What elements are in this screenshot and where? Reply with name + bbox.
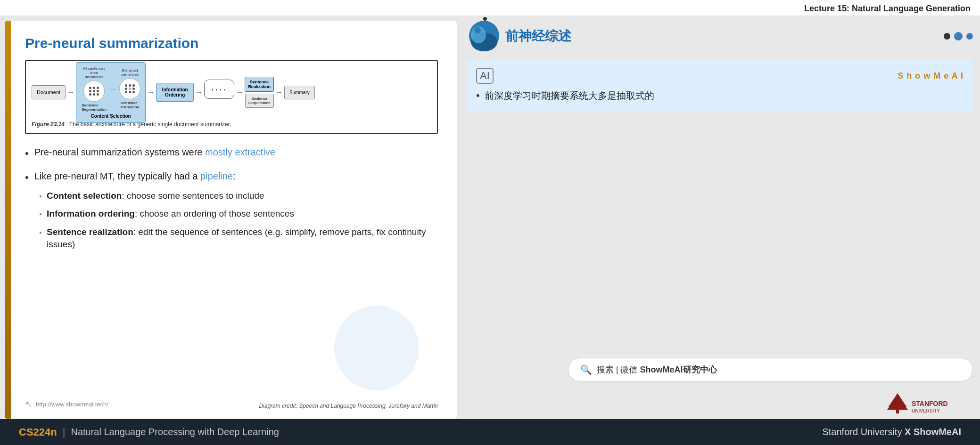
sub-bullet-2: ● Information ordering: choose an orderi…: [39, 208, 438, 220]
top-header: Lecture 15: Natural Language Generation: [0, 0, 980, 16]
svg-text:STANFORD: STANFORD: [912, 400, 948, 407]
svg-rect-6: [896, 409, 899, 413]
bottom-right: Stanford University X ShowMeAI: [822, 427, 961, 437]
cn-logo-container: [469, 21, 500, 51]
diagram-box: Document → All sentencesfrom documents: [25, 60, 438, 134]
logo-dot: [483, 17, 487, 21]
sub-dot-2: ●: [39, 211, 42, 218]
sub-text-3: Sentence realization: edit the sequence …: [47, 226, 438, 251]
cn-title-text: 前神经综述: [505, 27, 571, 45]
decorative-circle: [334, 306, 419, 390]
bullet-text-1: Pre-neural summarization systems were mo…: [34, 146, 275, 159]
content-selection-area: All sentencesfrom documents SentenceSegm…: [76, 62, 146, 123]
sub-bullet-3: ● Sentence realization: edit the sequenc…: [39, 226, 438, 251]
diagram-credit: Diagram credit: Speech and Language Proc…: [259, 403, 438, 409]
bottom-divider: |: [63, 426, 66, 438]
cloud-all-sent: [83, 81, 105, 102]
slide-content: Pre-neural summarization Document → All …: [11, 21, 457, 419]
cloud-extracted: [119, 78, 140, 99]
search-bold: ShowMeAI研究中心: [640, 365, 717, 374]
bullet-text-2: Like pre-neural MT, they typically had a…: [34, 170, 236, 183]
sub-text-2: Information ordering: choose an ordering…: [47, 208, 294, 220]
content-sel-label: Content Selection: [91, 113, 131, 119]
arrow-3: →: [146, 88, 156, 97]
bullet-dot-1: •: [25, 146, 29, 161]
spacer: [467, 116, 973, 352]
bottom-bar: CS224n | Natural Language Processing wit…: [0, 419, 980, 445]
sub-dot-3: ●: [39, 229, 42, 236]
content-sel-inner: All sentencesfrom documents SentenceSegm…: [81, 66, 140, 112]
bottom-right-plain: Stanford University: [822, 427, 905, 437]
right-panel: 前神经综述 AI S h o w M e A I • 前深度学习时期摘要系统大多…: [462, 16, 980, 419]
arrow-2: →: [109, 86, 117, 92]
sub-bullets: ● Content selection: choose some sentenc…: [39, 190, 438, 257]
nav-dots: [944, 32, 973, 40]
arrow-6: →: [274, 88, 284, 97]
cursor-icon: ↖: [25, 399, 32, 409]
nav-dot-3[interactable]: [966, 33, 973, 40]
summary-box: Summary: [284, 86, 315, 99]
arrow-5: →: [234, 88, 245, 97]
arrow-4: →: [194, 88, 204, 97]
slide-url[interactable]: http://www.showmeai.tech/: [36, 401, 108, 408]
speech-bubble-area: ···· ····: [204, 80, 234, 105]
card-ai-icon: AI: [476, 68, 494, 84]
nav-dot-2[interactable]: [954, 32, 963, 40]
slide-footer-left: ↖ http://www.showmeai.tech/: [25, 399, 108, 409]
card-bullet-text: 前深度学习时期摘要系统大多是抽取式的: [485, 89, 654, 102]
search-plain: 搜索 | 微信: [597, 365, 640, 374]
highlight-extractive: mostly extractive: [205, 147, 275, 157]
search-icon: 🔍: [580, 364, 592, 375]
search-text: 搜索 | 微信 ShowMeAI研究中心: [597, 364, 717, 375]
lecture-title: Lecture 15: Natural Language Generation: [804, 4, 971, 14]
svg-point-3: [474, 27, 481, 33]
cn-title-section: 前神经综述: [467, 21, 973, 51]
search-bar[interactable]: 🔍 搜索 | 微信 ShowMeAI研究中心: [568, 358, 973, 381]
cs224n-label: CS224n: [19, 426, 57, 438]
card-header: AI S h o w M e A I: [476, 68, 964, 84]
bottom-subtitle: Natural Language Processing with Deep Le…: [71, 427, 279, 437]
sub-text-1: Content selection: choose some sentences…: [47, 190, 264, 202]
sub-bullet-1: ● Content selection: choose some sentenc…: [39, 190, 438, 202]
svg-marker-5: [887, 398, 908, 410]
figure-label: Figure 23.14: [32, 121, 65, 128]
slide-accent-bar: [5, 21, 11, 419]
info-card: AI S h o w M e A I • 前深度学习时期摘要系统大多是抽取式的: [467, 59, 973, 111]
sent-real-box: SentenceRealization: [245, 77, 274, 92]
bottom-left: CS224n | Natural Language Processing wit…: [19, 426, 279, 438]
slide-title: Pre-neural summarization: [25, 35, 438, 51]
bullet-item-2: • Like pre-neural MT, they typically had…: [25, 170, 438, 257]
svg-text:UNIVERSITY: UNIVERSITY: [912, 408, 940, 413]
sub-dot-1: ●: [39, 193, 42, 200]
card-bullet: • 前深度学习时期摘要系统大多是抽取式的: [476, 89, 964, 102]
diagram-document: Document: [32, 85, 66, 99]
info-ordering-box: InformationOrdering: [156, 83, 194, 102]
cn-logo-svg: [469, 21, 500, 51]
stanford-area: STANFORD UNIVERSITY: [467, 391, 973, 414]
bullet-item-1: • Pre-neural summarization systems were …: [25, 146, 438, 161]
nav-dot-1[interactable]: [944, 33, 950, 40]
bullet-dot-2: •: [25, 170, 29, 185]
highlight-pipeline: pipeline: [200, 171, 233, 181]
slide-panel: Pre-neural summarization Document → All …: [5, 21, 457, 419]
showmeai-brand: S h o w M e A I: [898, 71, 964, 81]
bullet-section: • Pre-neural summarization systems were …: [25, 146, 438, 265]
diagram-inner: Document → All sentencesfrom documents: [32, 66, 431, 118]
stanford-logo-svg: STANFORD UNIVERSITY: [883, 391, 968, 414]
slide-footer: ↖ http://www.showmeai.tech/ Diagram cred…: [25, 399, 438, 409]
main-content: Pre-neural summarization Document → All …: [0, 16, 980, 419]
bottom-right-bold: X ShowMeAI: [905, 427, 961, 437]
arrow-1: →: [66, 88, 76, 97]
sentence-realization-group: SentenceRealization SentenceSimplificati…: [245, 77, 274, 108]
sent-simplif-box: SentenceSimplification: [245, 94, 274, 108]
card-bullet-dot: •: [476, 89, 480, 102]
